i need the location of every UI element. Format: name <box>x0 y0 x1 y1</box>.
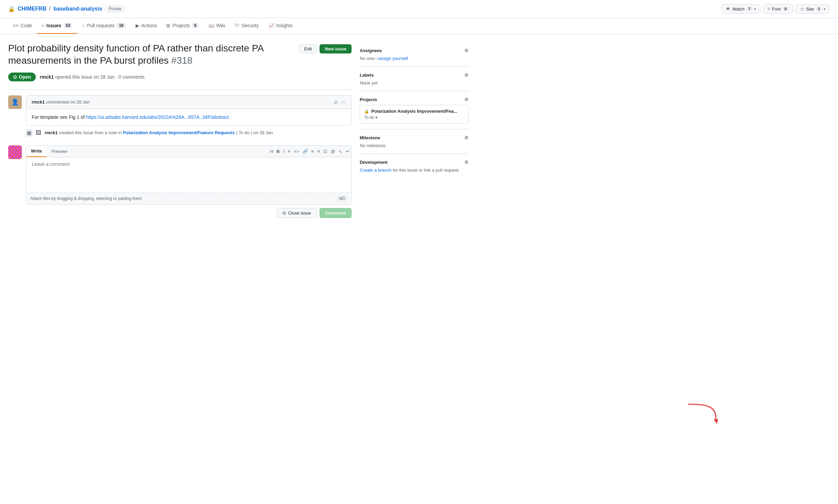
toolbar-code[interactable]: <> <box>292 146 300 157</box>
comment-body: For template see Fig 1 of https://ui.ads… <box>26 109 351 125</box>
attach-text: Attach files by dragging & dropping, sel… <box>30 196 143 201</box>
issue-title-row: Plot probability density function of PA … <box>8 42 352 73</box>
toolbar-ul[interactable]: ≡ <box>310 146 316 157</box>
toolbar-undo[interactable]: ↩ <box>344 146 351 157</box>
star-count: 1 <box>816 7 822 11</box>
assignees-gear-button[interactable]: ⚙ <box>464 48 469 53</box>
star-label: Star <box>806 6 814 12</box>
tab-issues[interactable]: ○ Issues 53 <box>37 18 77 34</box>
comment-submit-button[interactable]: Comment <box>320 208 352 218</box>
emoji-react-button[interactable]: ☺ <box>333 99 338 105</box>
toolbar-heading[interactable]: H <box>268 146 275 157</box>
tab-code-label: Code <box>20 23 32 28</box>
sidebar-projects: Projects ⚙ 🔒 Polarization Analysis Impro… <box>360 91 469 129</box>
toolbar-italic[interactable]: I <box>281 146 286 157</box>
tab-security-label: Security <box>242 23 259 28</box>
issue-title-text: Plot probability density function of PA … <box>8 43 263 66</box>
close-issue-button[interactable]: ⊙ Close issue <box>277 208 317 218</box>
new-issue-button[interactable]: New issue <box>320 44 352 53</box>
issue-number: #318 <box>171 55 192 66</box>
projects-title: Projects <box>360 97 377 102</box>
fork-button[interactable]: ⑂ Fork 0 <box>763 4 793 14</box>
development-gear-button[interactable]: ⚙ <box>464 159 469 165</box>
project-name: Polarization Analysis Improvement/Fea... <box>371 109 457 114</box>
comment-header: rmck1 commented on 28 Jan ☺ ··· <box>26 96 351 109</box>
projects-gear-button[interactable]: ⚙ <box>464 97 469 102</box>
timeline-text: rmck1 created this issue from a note in … <box>45 130 273 135</box>
star-button[interactable]: ☆ Star 1 ▾ <box>796 4 830 14</box>
toolbar-ol[interactable]: ≡ <box>315 146 322 157</box>
comment-separator: · <box>116 74 119 80</box>
tab-actions-label: Actions <box>141 23 157 28</box>
close-circle-icon: ⊙ <box>282 210 286 216</box>
visibility-badge: Private <box>105 5 125 12</box>
security-icon: 🛡 <box>235 23 239 28</box>
tab-code[interactable]: <> Code <box>8 18 37 34</box>
tab-wiki[interactable]: 📖 Wiki <box>204 18 230 34</box>
milestone-gear-button[interactable]: ⚙ <box>464 135 469 140</box>
repo-link[interactable]: baseband-analysis <box>53 6 102 12</box>
timeline-status-close: ) <box>251 130 252 135</box>
toolbar-reference[interactable]: ⤡ <box>337 146 344 157</box>
compose-box: Write Preview H B I ≡ <> 🔗 ≡ ≡ ☑ @ <box>26 145 352 205</box>
preview-tab[interactable]: Preview <box>47 146 72 157</box>
tab-security[interactable]: 🛡 Security <box>230 18 264 34</box>
assign-yourself-link[interactable]: assign yourself <box>378 56 408 61</box>
development-title: Development <box>360 160 388 165</box>
tab-projects[interactable]: ⊞ Projects 5 <box>161 18 203 34</box>
markdown-icon: MD <box>337 195 347 202</box>
toolbar-bold[interactable]: B <box>275 146 281 157</box>
sidebar-development: Development ⚙ Create a branch for this i… <box>360 154 469 178</box>
toolbar-link[interactable]: 🔗 <box>301 146 310 157</box>
close-issue-label: Close issue <box>288 210 311 216</box>
tab-insights[interactable]: 📈 Insights <box>264 18 297 34</box>
watch-count: 7 <box>746 7 752 11</box>
compose-textarea[interactable] <box>26 157 351 191</box>
tab-issues-label: Issues <box>46 23 61 28</box>
issue-content: Plot probability density function of PA … <box>8 42 352 218</box>
sidebar-assignees: Assignees ⚙ No one—assign yourself <box>360 42 469 67</box>
projects-badge: 5 <box>192 23 199 28</box>
open-label: Open <box>19 74 31 80</box>
comment-date: 28 Jan <box>77 99 90 105</box>
edit-button[interactable]: Edit <box>299 44 317 53</box>
tab-pull-requests[interactable]: ⑃ Pull requests 10 <box>77 18 130 34</box>
timeline-project-link[interactable]: Polarization Analysis Improvement/Featur… <box>123 130 235 135</box>
tab-actions[interactable]: ▶ Actions <box>131 18 162 34</box>
fork-icon: ⑂ <box>767 6 770 12</box>
issue-comments: 0 comments <box>119 74 144 80</box>
fork-label: Fork <box>772 6 781 12</box>
issue-author: rmck1 <box>40 74 54 80</box>
tab-wiki-label: Wiki <box>216 23 225 28</box>
open-circle-icon: ⊙ <box>13 74 17 80</box>
project-status: To do <box>364 115 374 120</box>
more-options-button[interactable]: ··· <box>341 99 346 105</box>
comment-link[interactable]: https://ui.adsabs.harvard.edu/abs/2022A%… <box>86 114 229 120</box>
toolbar-task[interactable]: ☑ <box>322 146 329 157</box>
projects-icon: ⊞ <box>166 23 170 28</box>
toolbar-quote[interactable]: ≡ <box>286 146 292 157</box>
open-badge: ⊙ Open <box>8 73 36 81</box>
assignees-header: Assignees ⚙ <box>360 48 469 53</box>
issues-icon: ○ <box>42 23 44 28</box>
development-desc: Create a branch for this issue or link a… <box>360 168 469 173</box>
watch-button[interactable]: 👁 Watch 7 ▾ <box>721 4 760 14</box>
write-tab[interactable]: Write <box>26 146 47 157</box>
comment-header-left: rmck1 commented on 28 Jan <box>32 99 90 105</box>
timeline-status-paren: ( <box>236 130 237 135</box>
create-branch-link[interactable]: Create a branch <box>360 168 391 173</box>
comment-box: rmck1 commented on 28 Jan ☺ ··· For temp… <box>26 95 352 126</box>
tab-pr-label: Pull requests <box>87 23 114 28</box>
labels-gear-button[interactable]: ⚙ <box>464 72 469 78</box>
projects-header: Projects ⚙ <box>360 97 469 102</box>
org-link[interactable]: CHIMEFRB <box>18 6 46 12</box>
opened-text: opened this issue on <box>55 74 100 80</box>
timeline-event: ▦ 🖼 rmck1 created this issue from a note… <box>26 126 352 140</box>
repo-header: 🔒 CHIMEFRB / baseband-analysis Private 👁… <box>0 0 838 18</box>
project-status-dropdown[interactable]: ▾ <box>375 115 377 120</box>
comment-thread: 👤 rmck1 commented on 28 Jan ☺ ··· <box>8 95 352 140</box>
toolbar-mention[interactable]: @ <box>329 146 337 157</box>
comment-row: 👤 rmck1 commented on 28 Jan ☺ ··· <box>8 95 352 126</box>
issues-badge: 53 <box>63 23 73 28</box>
compose-container: Write Preview H B I ≡ <> 🔗 ≡ ≡ ☑ @ <box>26 145 352 218</box>
